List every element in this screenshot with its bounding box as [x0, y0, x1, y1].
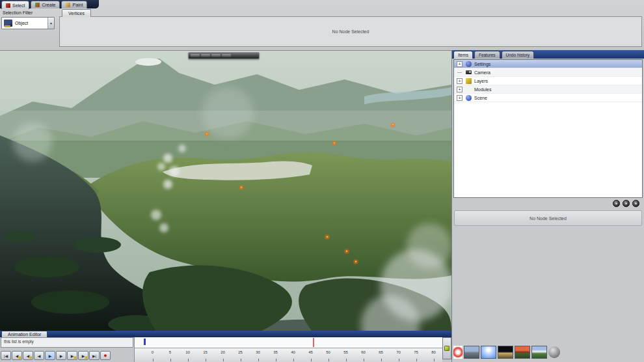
viewport-toolbar-segment — [222, 54, 231, 57]
tab-paint[interactable]: Paint — [61, 1, 87, 8]
env-thumbnails — [452, 345, 644, 362]
go-to-end-button[interactable]: ▶| — [89, 351, 100, 360]
play-reverse-button[interactable]: ◀ — [12, 351, 22, 360]
animation-editor-panel: Animation Editor this list is empty |◀◀◀… — [0, 331, 451, 362]
step-forward-button[interactable]: ▶ — [56, 351, 66, 360]
tab-create[interactable]: Create — [31, 1, 60, 8]
timeline-start-marker[interactable] — [144, 339, 146, 345]
ruler-tick: 55 — [337, 348, 355, 362]
settings-icon — [466, 61, 472, 67]
timeline-tool-button[interactable] — [442, 337, 451, 359]
no-node-selected-text: No Node Selected — [530, 216, 567, 221]
expander-icon[interactable]: + — [457, 61, 463, 67]
combo-dropdown-button[interactable]: ▼ — [47, 18, 54, 29]
scene-tree: + Settings Camera + Layers + Modules + — [453, 59, 643, 198]
play-to-end-button[interactable]: ▶ — [78, 351, 88, 360]
env-thumbnail-sphere[interactable] — [548, 346, 560, 358]
go-to-start-button[interactable]: |◀ — [1, 351, 11, 360]
no-node-selected-text: No Node Selected — [332, 29, 369, 34]
tree-footer-button-3[interactable] — [632, 200, 639, 207]
selection-filter-value: Object — [14, 21, 47, 25]
create-icon — [35, 3, 40, 7]
tab-label: Create — [42, 3, 55, 7]
step-back-button[interactable]: ◀ — [34, 351, 44, 360]
timeline-playhead[interactable] — [313, 338, 314, 347]
tree-footer-button-1[interactable] — [613, 200, 620, 207]
tab-features[interactable]: Features — [474, 51, 500, 59]
tree-item-layers[interactable]: + Layers — [454, 77, 642, 85]
ruler-tick: 5 — [161, 348, 179, 362]
tree-item-label: Scene — [474, 96, 487, 100]
viewport-3d[interactable] — [0, 50, 451, 331]
tab-label: Select — [12, 3, 25, 8]
mode-tabstrip: Select Create Paint — [0, 0, 644, 8]
ruler-tick: 0 — [144, 348, 161, 362]
ruler-tick: 60 — [355, 348, 372, 362]
prev-key-button[interactable]: ◀ — [23, 351, 33, 360]
expander-icon[interactable]: + — [457, 78, 463, 84]
right-panel-spacer — [452, 227, 644, 345]
transport-toolbar: |◀◀◀◀▶▶▶▶▶|● — [0, 348, 134, 362]
tree-item-label: Modules — [474, 87, 491, 92]
right-panel: Items Features Undo history + Settings C… — [451, 50, 644, 362]
record-button[interactable]: ● — [100, 351, 111, 360]
viewport-toolbar-segment — [201, 54, 210, 57]
tree-item-modules[interactable]: + Modules — [454, 85, 642, 94]
ruler-tick: 40 — [284, 348, 302, 362]
terrain-scene — [0, 51, 451, 331]
ruler-tick: 25 — [232, 348, 249, 362]
ruler-tick: 65 — [372, 348, 390, 362]
timeline: 05101520253035404550556065707580 — [134, 337, 451, 362]
tree-footer-toolbar — [452, 198, 644, 209]
env-thumbnail-mountains[interactable] — [531, 346, 547, 359]
tab-label: Paint — [72, 3, 83, 7]
scene-icon — [466, 95, 472, 101]
ruler-tick: 70 — [390, 348, 407, 362]
tree-item-label: Settings — [474, 62, 490, 66]
env-thumbnail-sunset[interactable] — [515, 346, 530, 359]
viewport-toolbar[interactable] — [188, 52, 260, 59]
ruler-tick: 80 — [425, 348, 442, 362]
selection-filter-combo[interactable]: Object ▼ — [1, 17, 55, 29]
env-thumbnail-rock[interactable] — [464, 346, 479, 359]
timeline-ruler[interactable]: 05101520253035404550556065707580 — [135, 348, 442, 362]
camera-icon — [466, 70, 472, 74]
env-thumbnail-night[interactable] — [498, 346, 513, 359]
timeline-track[interactable] — [135, 337, 442, 348]
vertices-empty-panel: No Node Selected — [59, 16, 642, 47]
expander-icon[interactable]: + — [457, 87, 463, 92]
tree-item-camera[interactable]: Camera — [454, 68, 642, 77]
branch-line-icon — [457, 70, 463, 76]
ruler-tick: 20 — [214, 348, 232, 362]
play-button[interactable]: ▶ — [45, 351, 55, 360]
tree-item-label: Layers — [474, 79, 488, 83]
paint-icon — [66, 3, 70, 7]
object-icon — [4, 20, 12, 27]
next-key-button[interactable]: ▶ — [67, 351, 77, 360]
tab-undo-history[interactable]: Undo history — [502, 51, 535, 59]
vertices-pane: Vertices No Node Selected — [59, 9, 642, 48]
env-thumbnail-fan[interactable] — [453, 346, 463, 359]
ruler-tick: 30 — [249, 348, 267, 362]
top-panel: Select Create Paint Selection Filter Obj… — [0, 0, 644, 50]
ruler-tick: 35 — [267, 348, 284, 362]
tree-item-settings[interactable]: + Settings — [454, 60, 642, 68]
tab-vertices[interactable]: Vertices — [62, 9, 91, 17]
animation-tabstrip: Animation Editor — [0, 331, 451, 337]
tab-select[interactable]: Select — [1, 1, 29, 9]
animation-list[interactable]: this list is empty — [1, 337, 133, 348]
ruler-tick: 75 — [407, 348, 425, 362]
layers-icon — [466, 78, 472, 84]
selection-filter-pane: Selection Filter Object ▼ — [1, 9, 57, 48]
tree-footer-button-2[interactable] — [623, 200, 630, 207]
expander-icon[interactable]: + — [457, 95, 463, 101]
viewport-toolbar-segment — [211, 54, 221, 57]
right-tabstrip: Items Features Undo history — [452, 50, 644, 59]
tab-items[interactable]: Items — [453, 51, 473, 59]
env-thumbnail-day-sky[interactable] — [481, 346, 496, 359]
selection-filter-label: Selection Filter — [3, 10, 57, 15]
ruler-tick: 50 — [319, 348, 337, 362]
viewport-toolbar-segment — [191, 54, 200, 57]
tree-item-scene[interactable]: + Scene — [454, 94, 642, 102]
tab-animation-editor[interactable]: Animation Editor — [1, 331, 47, 337]
